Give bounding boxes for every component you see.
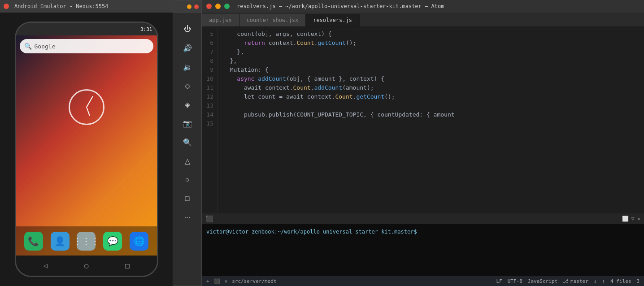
phone-status-bar: 3:31 bbox=[16, 23, 157, 35]
status-count: 3 bbox=[636, 278, 640, 284]
clock-minute-hand bbox=[86, 96, 93, 107]
nav-back-button[interactable]: ◁ bbox=[43, 261, 48, 270]
terminal-area: ⬛ ⬜ ▽ ✕ victor@victor-zenbook:~/work/apo… bbox=[202, 213, 644, 276]
tab-counter-show-jsx[interactable]: counter_show.jsx bbox=[239, 14, 306, 26]
terminal-icon: ⬛ bbox=[205, 215, 213, 222]
status-language[interactable]: JavaScript bbox=[528, 278, 557, 284]
android-title: Android Emulator - Nexus:5554 bbox=[14, 3, 109, 9]
line-num: 9 bbox=[202, 65, 213, 74]
line-num: 15 bbox=[202, 119, 213, 128]
tab-label: resolvers.js bbox=[313, 17, 352, 23]
dock-contacts-icon[interactable]: 👤 bbox=[51, 232, 70, 251]
status-arrow-up[interactable]: ↑ bbox=[602, 278, 605, 284]
atom-editor: resolvers.js — ~/work/apollo-universal-s… bbox=[202, 0, 644, 286]
status-left: + ⬛ ✕ src/server/modt bbox=[206, 278, 277, 284]
volume-up-button[interactable]: 🔊 bbox=[179, 40, 196, 56]
line-num: 12 bbox=[202, 92, 213, 101]
clock-widget bbox=[69, 89, 104, 125]
tab-app-jsx[interactable]: app.jsx bbox=[202, 14, 239, 26]
atom-tab-bar: app.jsx counter_show.jsx resolvers.js bbox=[202, 13, 644, 27]
terminal-body[interactable]: victor@victor-zenbook:~/work/apollo-univ… bbox=[202, 224, 644, 276]
line-num: 6 bbox=[202, 39, 213, 48]
screenshot-button[interactable]: 📷 bbox=[179, 115, 196, 131]
atom-maximize-dot[interactable] bbox=[224, 4, 230, 9]
status-path: src/server/modt bbox=[232, 278, 276, 284]
controls-body: ⏻ 🔊 🔉 ◇ ◈ 📷 🔍 △ ○ □ ··· bbox=[179, 18, 196, 228]
status-add-button[interactable]: + bbox=[206, 278, 209, 284]
android-titlebar: Android Emulator - Nexus:5554 bbox=[0, 0, 173, 13]
phone-nav-bar: ◁ ○ □ bbox=[16, 256, 157, 276]
overview-button[interactable]: □ bbox=[179, 191, 196, 207]
terminal-expand-button[interactable]: ▽ bbox=[631, 216, 635, 222]
back-button[interactable]: △ bbox=[179, 153, 196, 169]
atom-minimize-dot[interactable] bbox=[215, 4, 221, 9]
phone-dock: 📞 👤 ⋮⋮⋮ 💬 🌐 bbox=[16, 226, 157, 256]
nav-recent-button[interactable]: □ bbox=[125, 261, 130, 270]
android-close-dot[interactable] bbox=[4, 4, 9, 9]
phone-search-bar[interactable]: 🔍 Google bbox=[20, 39, 153, 53]
clock-hour-hand bbox=[86, 107, 90, 116]
terminal-controls: ⬜ ▽ ✕ bbox=[622, 216, 640, 222]
status-arrow-down[interactable]: ↓ bbox=[594, 278, 597, 284]
status-branch[interactable]: ⎇ master bbox=[563, 278, 588, 284]
emulator-controls-panel: ⏻ 🔊 🔉 ◇ ◈ 📷 🔍 △ ○ □ ··· bbox=[173, 0, 202, 286]
controls-titlebar bbox=[173, 0, 201, 13]
phone-frame: 3:31 🔍 Google 📞 👤 ⋮⋮⋮ 💬 🌐 bbox=[15, 22, 158, 277]
line-num: 5 bbox=[202, 30, 213, 39]
line-num: 14 bbox=[202, 110, 213, 119]
atom-statusbar: + ⬛ ✕ src/server/modt LF UTF-8 JavaScrip… bbox=[202, 276, 644, 286]
line-num: 8 bbox=[202, 56, 213, 65]
controls-minimize-dot[interactable] bbox=[187, 4, 191, 9]
dock-sms-icon[interactable]: 💬 bbox=[103, 232, 122, 251]
tab-label: counter_show.jsx bbox=[247, 17, 299, 23]
atom-content: 5 6 7 8 9 10 11 12 13 14 15 count(obj, a… bbox=[202, 27, 644, 276]
atom-titlebar: resolvers.js — ~/work/apollo-universal-s… bbox=[202, 0, 644, 13]
power-button[interactable]: ⏻ bbox=[179, 21, 196, 37]
status-close-button[interactable]: ✕ bbox=[225, 278, 228, 284]
terminal-titlebar: ⬛ ⬜ ▽ ✕ bbox=[202, 213, 644, 224]
terminal-close-button[interactable]: ✕ bbox=[637, 216, 640, 222]
status-line-ending[interactable]: LF bbox=[496, 278, 502, 284]
atom-close-dot[interactable] bbox=[206, 4, 212, 9]
search-text: Google bbox=[35, 43, 56, 50]
search-icon: 🔍 bbox=[24, 43, 32, 50]
status-right: LF UTF-8 JavaScript ⎇ master ↓ ↑ 4 files… bbox=[496, 278, 640, 284]
dock-apps-icon[interactable]: ⋮⋮⋮ bbox=[77, 232, 96, 251]
tab-resolvers-js[interactable]: resolvers.js bbox=[306, 14, 360, 26]
dock-browser-icon[interactable]: 🌐 bbox=[130, 232, 148, 251]
more-button[interactable]: ··· bbox=[179, 209, 196, 225]
android-emulator: Android Emulator - Nexus:5554 3:31 🔍 Goo… bbox=[0, 0, 173, 286]
terminal-collapse-button[interactable]: ⬜ bbox=[622, 216, 629, 222]
status-files: 4 files bbox=[610, 278, 631, 284]
line-num: 7 bbox=[202, 48, 213, 56]
status-encoding[interactable]: UTF-8 bbox=[508, 278, 522, 284]
phone-screen[interactable]: 🔍 Google 📞 👤 ⋮⋮⋮ 💬 🌐 bbox=[16, 35, 157, 256]
code-area[interactable]: 5 6 7 8 9 10 11 12 13 14 15 count(obj, a… bbox=[202, 27, 644, 213]
phone-outer: 3:31 🔍 Google 📞 👤 ⋮⋮⋮ 💬 🌐 bbox=[0, 13, 173, 286]
nav-home-button[interactable]: ○ bbox=[84, 261, 89, 270]
rotate-right-button[interactable]: ◈ bbox=[179, 96, 196, 113]
line-num: 10 bbox=[202, 74, 213, 83]
controls-close-dot[interactable] bbox=[194, 4, 199, 9]
dock-phone-icon[interactable]: 📞 bbox=[24, 232, 43, 251]
line-num: 13 bbox=[202, 101, 213, 110]
line-numbers: 5 6 7 8 9 10 11 12 13 14 15 bbox=[202, 27, 218, 213]
tab-label: app.jsx bbox=[209, 17, 232, 23]
line-num: 11 bbox=[202, 83, 213, 92]
code-editor[interactable]: count(obj, args, context) { return conte… bbox=[218, 27, 644, 213]
atom-window-title: resolvers.js — ~/work/apollo-universal-s… bbox=[237, 3, 444, 9]
phone-time: 3:31 bbox=[140, 26, 152, 32]
status-terminal-button[interactable]: ⬛ bbox=[214, 278, 220, 284]
terminal-prompt: victor@victor-zenbook:~/work/apollo-univ… bbox=[206, 229, 417, 235]
branch-icon: ⎇ bbox=[563, 278, 569, 284]
home-button[interactable]: ○ bbox=[179, 172, 196, 188]
rotate-left-button[interactable]: ◇ bbox=[179, 78, 196, 94]
volume-down-button[interactable]: 🔉 bbox=[179, 59, 196, 75]
zoom-button[interactable]: 🔍 bbox=[179, 134, 196, 150]
branch-name: master bbox=[570, 278, 588, 284]
